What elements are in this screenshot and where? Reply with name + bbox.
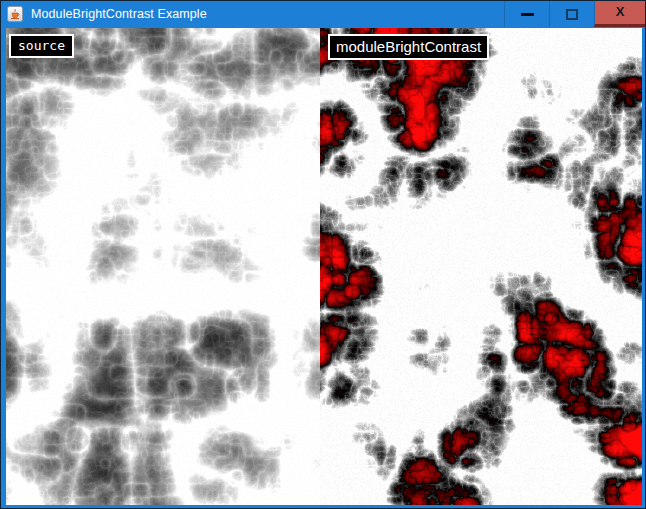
modulebrightcontrast-image-label: moduleBrightContrast: [328, 34, 489, 60]
java-coffee-cup-icon: [7, 6, 23, 22]
window-title: ModuleBrightContrast Example: [31, 7, 207, 21]
app-window: ModuleBrightContrast Example X source mo…: [0, 0, 646, 509]
source-image-panel: source: [6, 28, 320, 505]
source-image: [6, 28, 320, 505]
window-controls: X: [504, 1, 645, 27]
close-button[interactable]: X: [594, 1, 645, 27]
maximize-button[interactable]: [549, 1, 594, 27]
source-image-label: source: [9, 34, 74, 58]
minimize-button[interactable]: [504, 1, 549, 27]
close-icon: X: [616, 5, 625, 18]
modulebrightcontrast-image-panel: moduleBrightContrast: [320, 28, 642, 505]
maximize-icon: [566, 9, 578, 20]
modulebrightcontrast-image: [320, 28, 642, 505]
titlebar[interactable]: ModuleBrightContrast Example X: [1, 1, 645, 27]
minimize-icon: [521, 13, 534, 16]
content-area: source moduleBrightContrast: [6, 28, 642, 505]
